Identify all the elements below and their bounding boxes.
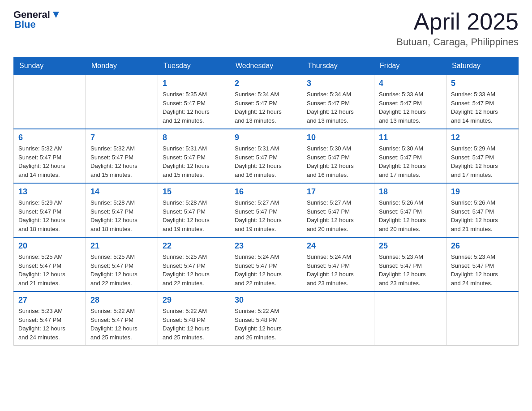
- day-number: 7: [90, 133, 153, 142]
- day-number: 24: [307, 241, 369, 251]
- day-number: 23: [235, 241, 297, 251]
- day-info: Sunrise: 5:24 AMSunset: 5:47 PMDaylight:…: [235, 253, 297, 287]
- day-number: 12: [451, 133, 514, 142]
- day-info: Sunrise: 5:22 AMSunset: 5:48 PMDaylight:…: [235, 307, 297, 342]
- calendar-cell: [86, 75, 158, 129]
- calendar-cell: 21Sunrise: 5:25 AMSunset: 5:47 PMDayligh…: [86, 237, 158, 291]
- day-number: 26: [451, 241, 514, 251]
- header-tuesday: Tuesday: [158, 57, 230, 75]
- day-number: 19: [451, 187, 514, 197]
- calendar-cell: 5Sunrise: 5:33 AMSunset: 5:47 PMDaylight…: [446, 75, 519, 129]
- day-number: 2: [235, 79, 297, 88]
- header-monday: Monday: [86, 57, 158, 75]
- calendar-cell: 16Sunrise: 5:27 AMSunset: 5:47 PMDayligh…: [230, 183, 302, 237]
- logo-triangle-icon: [51, 10, 61, 20]
- day-number: 27: [18, 295, 81, 305]
- calendar-cell: 6Sunrise: 5:32 AMSunset: 5:47 PMDaylight…: [14, 129, 86, 183]
- calendar-cell: 3Sunrise: 5:34 AMSunset: 5:47 PMDaylight…: [302, 75, 374, 129]
- logo-blue: Blue: [14, 19, 36, 30]
- calendar-cell: 10Sunrise: 5:30 AMSunset: 5:47 PMDayligh…: [302, 129, 374, 183]
- calendar-cell: 11Sunrise: 5:30 AMSunset: 5:47 PMDayligh…: [374, 129, 446, 183]
- logo: General Blue: [13, 9, 61, 30]
- calendar-cell: 17Sunrise: 5:27 AMSunset: 5:47 PMDayligh…: [302, 183, 374, 237]
- day-info: Sunrise: 5:24 AMSunset: 5:47 PMDaylight:…: [307, 253, 369, 287]
- day-number: 15: [163, 187, 225, 197]
- day-info: Sunrise: 5:25 AMSunset: 5:47 PMDaylight:…: [90, 253, 153, 287]
- day-number: 16: [235, 187, 297, 197]
- header-sunday: Sunday: [14, 57, 86, 75]
- calendar-cell: 15Sunrise: 5:28 AMSunset: 5:47 PMDayligh…: [158, 183, 230, 237]
- day-info: Sunrise: 5:23 AMSunset: 5:47 PMDaylight:…: [18, 307, 81, 342]
- day-info: Sunrise: 5:27 AMSunset: 5:47 PMDaylight:…: [307, 198, 369, 233]
- day-info: Sunrise: 5:30 AMSunset: 5:47 PMDaylight:…: [379, 144, 442, 179]
- day-info: Sunrise: 5:35 AMSunset: 5:47 PMDaylight:…: [163, 90, 225, 125]
- day-info: Sunrise: 5:32 AMSunset: 5:47 PMDaylight:…: [90, 144, 153, 179]
- day-number: 10: [307, 133, 369, 142]
- calendar-cell: 27Sunrise: 5:23 AMSunset: 5:47 PMDayligh…: [14, 291, 86, 346]
- header-saturday: Saturday: [446, 57, 519, 75]
- day-info: Sunrise: 5:27 AMSunset: 5:47 PMDaylight:…: [235, 198, 297, 233]
- day-number: 14: [90, 187, 153, 197]
- day-info: Sunrise: 5:26 AMSunset: 5:47 PMDaylight:…: [451, 198, 514, 233]
- calendar-cell: 29Sunrise: 5:22 AMSunset: 5:48 PMDayligh…: [158, 291, 230, 346]
- day-info: Sunrise: 5:25 AMSunset: 5:47 PMDaylight:…: [18, 253, 81, 287]
- day-info: Sunrise: 5:22 AMSunset: 5:48 PMDaylight:…: [163, 307, 225, 342]
- day-info: Sunrise: 5:22 AMSunset: 5:47 PMDaylight:…: [90, 307, 153, 342]
- calendar-cell: 13Sunrise: 5:29 AMSunset: 5:47 PMDayligh…: [14, 183, 86, 237]
- day-number: 11: [379, 133, 442, 142]
- calendar-cell: [14, 75, 86, 129]
- day-number: 13: [18, 187, 81, 197]
- day-info: Sunrise: 5:29 AMSunset: 5:47 PMDaylight:…: [451, 144, 514, 179]
- svg-marker-0: [53, 12, 59, 18]
- calendar-cell: 22Sunrise: 5:25 AMSunset: 5:47 PMDayligh…: [158, 237, 230, 291]
- day-info: Sunrise: 5:26 AMSunset: 5:47 PMDaylight:…: [379, 198, 442, 233]
- day-number: 5: [451, 79, 514, 88]
- week-row-2: 6Sunrise: 5:32 AMSunset: 5:47 PMDaylight…: [14, 129, 519, 183]
- day-number: 6: [18, 133, 81, 142]
- day-info: Sunrise: 5:28 AMSunset: 5:47 PMDaylight:…: [90, 198, 153, 233]
- day-number: 22: [163, 241, 225, 251]
- day-info: Sunrise: 5:28 AMSunset: 5:47 PMDaylight:…: [163, 198, 225, 233]
- week-row-5: 27Sunrise: 5:23 AMSunset: 5:47 PMDayligh…: [14, 291, 519, 346]
- day-number: 29: [163, 295, 225, 305]
- calendar-cell: 25Sunrise: 5:23 AMSunset: 5:47 PMDayligh…: [374, 237, 446, 291]
- day-number: 28: [90, 295, 153, 305]
- day-info: Sunrise: 5:23 AMSunset: 5:47 PMDaylight:…: [451, 253, 514, 287]
- day-number: 18: [379, 187, 442, 197]
- day-number: 17: [307, 187, 369, 197]
- day-number: 3: [307, 79, 369, 88]
- calendar-table: SundayMondayTuesdayWednesdayThursdayFrid…: [13, 57, 519, 346]
- week-row-1: 1Sunrise: 5:35 AMSunset: 5:47 PMDaylight…: [14, 75, 519, 129]
- day-number: 1: [163, 79, 225, 88]
- day-number: 20: [18, 241, 81, 251]
- calendar-cell: [374, 291, 446, 346]
- day-info: Sunrise: 5:25 AMSunset: 5:47 PMDaylight:…: [163, 253, 225, 287]
- calendar-cell: 8Sunrise: 5:31 AMSunset: 5:47 PMDaylight…: [158, 129, 230, 183]
- calendar-cell: 23Sunrise: 5:24 AMSunset: 5:47 PMDayligh…: [230, 237, 302, 291]
- calendar-cell: 1Sunrise: 5:35 AMSunset: 5:47 PMDaylight…: [158, 75, 230, 129]
- calendar-cell: [446, 291, 519, 346]
- day-info: Sunrise: 5:29 AMSunset: 5:47 PMDaylight:…: [18, 198, 81, 233]
- day-info: Sunrise: 5:31 AMSunset: 5:47 PMDaylight:…: [235, 144, 297, 179]
- calendar-cell: 18Sunrise: 5:26 AMSunset: 5:47 PMDayligh…: [374, 183, 446, 237]
- calendar-cell: 20Sunrise: 5:25 AMSunset: 5:47 PMDayligh…: [14, 237, 86, 291]
- day-info: Sunrise: 5:34 AMSunset: 5:47 PMDaylight:…: [307, 90, 369, 125]
- page-header: General Blue April 2025 Butuan, Caraga, …: [13, 9, 519, 48]
- calendar-cell: 24Sunrise: 5:24 AMSunset: 5:47 PMDayligh…: [302, 237, 374, 291]
- header-wednesday: Wednesday: [230, 57, 302, 75]
- header-thursday: Thursday: [302, 57, 374, 75]
- day-info: Sunrise: 5:30 AMSunset: 5:47 PMDaylight:…: [307, 144, 369, 179]
- calendar-cell: 2Sunrise: 5:34 AMSunset: 5:47 PMDaylight…: [230, 75, 302, 129]
- calendar-cell: [302, 291, 374, 346]
- day-number: 9: [235, 133, 297, 142]
- day-info: Sunrise: 5:31 AMSunset: 5:47 PMDaylight:…: [163, 144, 225, 179]
- calendar-cell: 4Sunrise: 5:33 AMSunset: 5:47 PMDaylight…: [374, 75, 446, 129]
- day-number: 4: [379, 79, 442, 88]
- day-info: Sunrise: 5:34 AMSunset: 5:47 PMDaylight:…: [235, 90, 297, 125]
- calendar-cell: 30Sunrise: 5:22 AMSunset: 5:48 PMDayligh…: [230, 291, 302, 346]
- calendar-header-row: SundayMondayTuesdayWednesdayThursdayFrid…: [14, 57, 519, 75]
- calendar-cell: 19Sunrise: 5:26 AMSunset: 5:47 PMDayligh…: [446, 183, 519, 237]
- day-number: 25: [379, 241, 442, 251]
- location-title: Butuan, Caraga, Philippines: [396, 36, 519, 48]
- day-info: Sunrise: 5:32 AMSunset: 5:47 PMDaylight:…: [18, 144, 81, 179]
